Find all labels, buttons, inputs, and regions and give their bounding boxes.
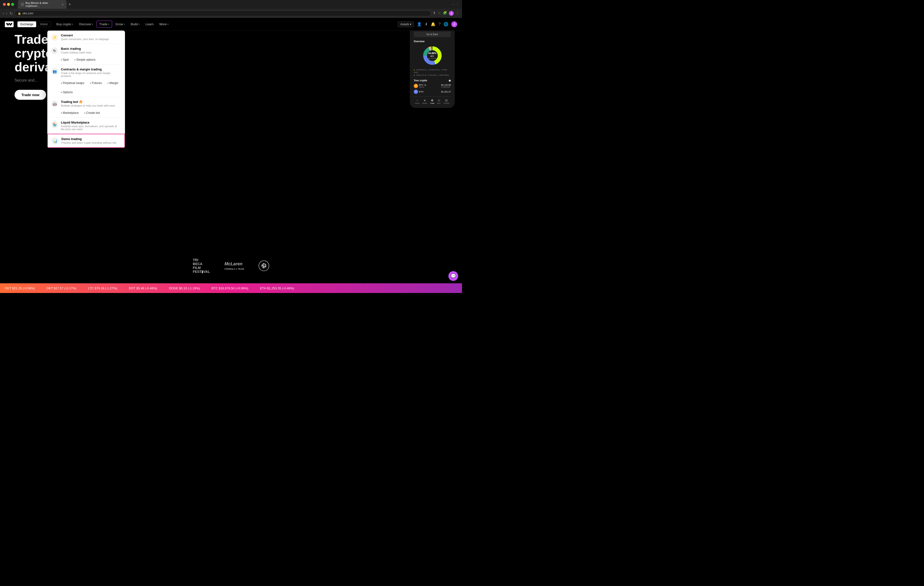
svg-rect-4	[7, 24, 9, 25]
btc-name: Bitcoin	[419, 86, 426, 88]
phone-nav-market[interactable]: ◈ Market	[422, 99, 427, 104]
phone-nav-portfolio[interactable]: ▤ Portfolio	[443, 99, 450, 104]
active-tab[interactable]: Buy Bitcoin & other cryptocurr... ✕	[18, 0, 66, 9]
person-icon[interactable]: 👤	[417, 22, 422, 26]
basic-trading-sub-items: Spot Simple options	[47, 57, 125, 65]
perpetual-swaps-link[interactable]: Perpetual swaps	[61, 81, 84, 85]
dropdown-basic-trading[interactable]: ↻ Basic trading Crypto trading made easy	[47, 44, 125, 57]
wallet-tab[interactable]: Wallet	[36, 22, 51, 27]
phone-nav-trade[interactable]: ⊕ Trade	[430, 99, 434, 104]
toolbar-actions: ⬆ ☆ 🧩 J ⋮	[433, 11, 459, 16]
ticker-item-3: DOT $5.46 (-0.46%)	[129, 286, 157, 290]
nav-item-grow[interactable]: Grow ▾	[113, 21, 127, 27]
crypto-filter-icon[interactable]: ◉	[449, 79, 451, 82]
nav-item-buy-crypto[interactable]: Buy crypto ▾	[54, 21, 76, 27]
phone-nav-home[interactable]: ⌂ Home	[415, 99, 419, 104]
go-earn-button[interactable]: Go to Earn	[414, 31, 451, 37]
nav-item-more[interactable]: More ▾	[157, 21, 171, 27]
maximize-button[interactable]	[11, 3, 14, 6]
nav-item-learn[interactable]: Learn	[143, 21, 156, 27]
extension-icon[interactable]: 🧩	[443, 11, 447, 16]
share-icon[interactable]: ⬆	[433, 11, 436, 16]
hero-cta-button[interactable]: Trade now	[15, 90, 46, 100]
trading-bot-subtitle: Multiple strategies to help you trade wi…	[61, 104, 121, 107]
nav-item-build[interactable]: Build ▾	[129, 21, 142, 27]
bookmark-icon[interactable]: ☆	[438, 11, 441, 16]
chevron-down-icon: ▾	[410, 23, 411, 26]
demo-trading-subtitle: Practice and learn crypto investing with…	[61, 141, 120, 144]
contracts-content: Contracts & margin trading Trade a full …	[61, 68, 121, 78]
your-crypto-header: Your crypto ◉	[414, 79, 451, 82]
home-icon: ⌂	[415, 99, 419, 102]
new-tab-button[interactable]: +	[68, 2, 71, 7]
eth-value: $1,431.47	[441, 91, 451, 93]
ticker-item-6: ETH $1,253.35 (-0.48%)	[260, 286, 294, 290]
dropdown-demo-trading[interactable]: 📊 Demo trading Practice and learn crypto…	[47, 134, 125, 148]
create-bot-link[interactable]: Create bot	[84, 111, 100, 114]
demo-trading-icon: 📊	[52, 137, 58, 144]
profile-icon[interactable]: J	[449, 11, 454, 16]
partner-logos: TRIBECAFILMFEST▮VAL McLaren FORMULA 1 TE…	[193, 258, 269, 273]
spot-link[interactable]: Spot	[61, 58, 69, 61]
back-button[interactable]: ‹	[3, 11, 4, 15]
nav-items: Buy crypto ▾ Discover ▾ Trade ▾ Grow ▾ B…	[54, 21, 398, 28]
btc-row: ₿ BTC 1 Bitcoin $2,132.89 0.10062226	[414, 84, 451, 88]
user-avatar[interactable]: J	[451, 22, 457, 27]
donut-usd: $2,123.89	[428, 57, 437, 60]
basic-trading-title: Basic trading	[61, 47, 121, 50]
globe-icon[interactable]: 🌐	[444, 22, 449, 26]
dropdown-liquid-marketplace[interactable]: 🏪 Liquid Marketplace Instantly trade spo…	[47, 118, 125, 134]
menu-icon[interactable]: ⋮	[456, 11, 459, 16]
liquid-marketplace-content: Liquid Marketplace Instantly trade spot,…	[61, 121, 121, 131]
btc-amount: 0.10062226	[441, 86, 451, 88]
tab-favicon	[21, 3, 24, 6]
assets-label: Assets	[400, 23, 409, 26]
chevron-down-icon: ▾	[139, 23, 140, 25]
assets-button[interactable]: Assets ▾	[398, 22, 414, 27]
browser-chrome: Buy Bitcoin & other cryptocurr... ✕ + ⋯ …	[0, 0, 462, 18]
download-icon[interactable]: ⬇	[425, 22, 428, 26]
futures-link[interactable]: Futures	[90, 81, 102, 85]
dropdown-contracts-margin[interactable]: 👥 Contracts & margin trading Trade a ful…	[47, 65, 125, 80]
forward-button[interactable]: ›	[6, 11, 7, 15]
contracts-title: Contracts & margin trading	[61, 68, 121, 71]
chevron-down-icon: ▾	[92, 23, 93, 25]
options-link[interactable]: Options	[61, 91, 73, 94]
bell-icon[interactable]: 🔔	[431, 22, 436, 26]
contracts-sub-items: Perpetual swaps Futures Margin Options	[47, 80, 125, 97]
nav-tabs-group: Exchange Wallet	[18, 22, 51, 27]
demo-trading-title: Demo trading	[61, 137, 120, 141]
chevron-down-icon: ▾	[108, 23, 109, 25]
close-button[interactable]	[3, 3, 6, 6]
reload-button[interactable]: ↻	[10, 11, 13, 16]
nav-item-trade[interactable]: Trade ▾	[97, 21, 112, 28]
simple-options-link[interactable]: Simple options	[74, 58, 96, 61]
nav-item-discover[interactable]: Discover ▾	[77, 21, 96, 27]
nav-label-more: More	[159, 22, 167, 26]
ticker-item-2: LTC $79.18 (-1.27%)	[88, 286, 117, 290]
liquid-marketplace-title: Liquid Marketplace	[61, 121, 121, 124]
legend-row-2: ● 3.60% LTC ● 2.12% DAI ● 1.56% Others	[414, 74, 451, 76]
phone-nav-earn[interactable]: ◎ Earn	[437, 99, 441, 104]
eth-row: Ξ ETH $1,431.47	[414, 89, 451, 94]
dropdown-trading-bot[interactable]: 🤖 Trading bot 🔥 Multiple strategies to h…	[47, 97, 125, 110]
tab-close-button[interactable]: ✕	[62, 3, 64, 6]
margin-link[interactable]: Margin	[107, 81, 118, 85]
exchange-tab[interactable]: Exchange	[18, 22, 36, 27]
address-bar[interactable]: 🔒 okx.com	[15, 10, 431, 16]
dropdown-convert[interactable]: ⚡ Convert Quick conversion, zero fees, n…	[47, 31, 125, 44]
ticker-label-5: BTC $16,978.50 (+0.06%)	[211, 286, 248, 290]
phone-bottom-nav: ⌂ Home ◈ Market ⊕ Trade ◎ Earn ▤ Portf	[414, 96, 451, 104]
marketplace-link[interactable]: Marketplace	[61, 111, 79, 114]
chat-button[interactable]: 💬	[449, 271, 458, 281]
ticker-item-1: OKT $17.57 (-0.17%)	[46, 286, 76, 290]
basic-trading-subtitle: Crypto trading made easy	[61, 51, 121, 54]
trading-bot-sub-items: Marketplace Create bot	[47, 110, 125, 118]
ticker-item-5: BTC $16,978.50 (+0.06%)	[211, 286, 248, 290]
market-icon: ◈	[422, 99, 427, 102]
help-icon[interactable]: ?	[439, 22, 441, 26]
ticker-label-0: OKT $21.25 (-0.58%)	[5, 286, 35, 290]
nav-label-buy-crypto: Buy crypto	[56, 22, 71, 26]
minimize-button[interactable]	[7, 3, 10, 6]
tribeca-logo: TRIBECAFILMFEST▮VAL	[193, 258, 210, 273]
